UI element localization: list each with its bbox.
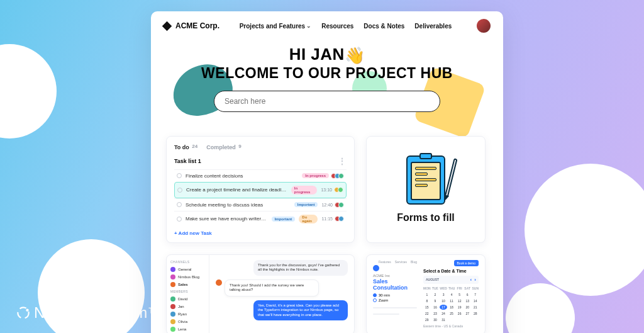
bk-nav-item[interactable]: Blog [411, 260, 417, 264]
add-task-button[interactable]: + Add new Task [174, 230, 212, 236]
nimbus-logo-icon [15, 305, 31, 321]
calendar-day[interactable]: 7 [472, 292, 479, 297]
user-avatar[interactable] [477, 19, 491, 33]
timezone-label: Eastern time - US & Canada [423, 324, 479, 328]
duration-option[interactable]: 30 min [373, 293, 417, 297]
calendar-day[interactable]: 9 [432, 298, 439, 303]
member-item[interactable]: David [170, 295, 205, 303]
tasklist-header: Task list 1 ⋮ [174, 157, 347, 166]
tab-completed[interactable]: Completed 9 [206, 144, 241, 150]
calendar-day[interactable]: 14 [472, 298, 479, 303]
nav-resources[interactable]: Resources [321, 23, 353, 30]
calendar-day[interactable]: 10 [440, 298, 447, 303]
calendar-day[interactable]: 27 [464, 311, 471, 316]
tasklist-title: Task list 1 [174, 158, 201, 164]
weekday-label: THU [448, 286, 455, 291]
calendar-day[interactable]: 3 [440, 292, 447, 297]
channel-item[interactable]: Nimbus Blog [170, 273, 205, 281]
member-item[interactable]: Lena [170, 325, 205, 333]
task-badge: In progress [291, 186, 318, 195]
forms-card[interactable]: Forms to fill [366, 136, 486, 243]
task-row[interactable]: Finalize content decisions In progress [174, 169, 347, 182]
booking-company: ACME Inc [373, 274, 417, 278]
brand-name: ACME Corp. [175, 21, 219, 30]
platform-option[interactable]: Zoom [373, 298, 417, 302]
assignees [336, 216, 344, 222]
task-row[interactable]: Schedule meeting to discuss ideas Import… [174, 198, 347, 211]
calendar-day[interactable]: 12 [456, 298, 463, 303]
tab-todo[interactable]: To do 24 [174, 144, 197, 150]
calendar-day[interactable]: 6 [464, 292, 471, 297]
calendar-day[interactable]: 21 [472, 305, 479, 310]
calendar-day[interactable]: 30 [432, 317, 439, 322]
wave-emoji-icon: 👋 [345, 46, 365, 65]
calendar-day[interactable]: 31 [440, 317, 447, 322]
divider [373, 313, 399, 315]
channel-item[interactable]: Sales [170, 281, 205, 288]
weekday-label: TUE [432, 286, 439, 291]
calendar-day[interactable]: 11 [448, 298, 455, 303]
assignees [333, 173, 344, 179]
task-row[interactable]: Create a project timeline and finalize d… [174, 182, 347, 198]
task-checkbox[interactable] [177, 217, 182, 222]
task-checkbox[interactable] [177, 202, 182, 207]
task-checkbox[interactable] [177, 188, 182, 193]
nav-docs[interactable]: Docs & Notes [364, 23, 404, 30]
header-bar: ACME Corp. Projects and Features ⌄ Resou… [151, 11, 503, 37]
booking-calendar: Book a demo Select a Date & Time AUGUST … [423, 260, 479, 329]
more-icon[interactable]: ⋮ [338, 157, 347, 166]
search-input[interactable] [214, 91, 440, 112]
weekday-label: WED [440, 286, 447, 291]
booking-card: Features Services Blog ACME Inc Sales Co… [366, 254, 486, 333]
next-month-button[interactable]: › [474, 277, 476, 283]
bk-nav-item[interactable]: Features [379, 260, 391, 264]
calendar-day[interactable]: 17 [440, 305, 447, 310]
task-checkbox[interactable] [177, 173, 182, 178]
calendar-day[interactable]: 20 [464, 305, 471, 310]
calendar-day[interactable]: 19 [456, 305, 463, 310]
calendar-day[interactable]: 4 [448, 292, 455, 297]
chat-section-members: MEMBERS [170, 290, 205, 293]
hero-subtitle: WELCOME TO OUR PROJECT HUB [151, 65, 503, 82]
calendar-day[interactable]: 23 [432, 311, 439, 316]
calendar-day[interactable]: 8 [423, 298, 431, 303]
calendar-day[interactable]: 2 [432, 292, 439, 297]
tasks-card: To do 24 Completed 9 Task list 1 ⋮ Final… [166, 136, 355, 243]
calendar-day[interactable]: 5 [456, 292, 463, 297]
prev-month-button[interactable]: ‹ [470, 277, 472, 283]
calendar-day[interactable]: 18 [448, 305, 455, 310]
book-demo-button[interactable]: Book a demo [454, 260, 479, 266]
greeting-text: HI JAN [289, 45, 345, 64]
chat-sidebar: CHANNELS General Nimbus Blog Sales MEMBE… [167, 255, 209, 333]
calendar-day[interactable]: 26 [456, 311, 463, 316]
task-time: 12:40 [321, 203, 333, 207]
task-badge: In progress [302, 173, 329, 178]
calendar-day[interactable]: 25 [448, 311, 455, 316]
task-time: 11:15 [321, 217, 333, 221]
month-label: AUGUST [426, 278, 439, 281]
avatar-icon [216, 279, 222, 286]
nav-projects[interactable]: Projects and Features ⌄ [240, 23, 311, 30]
chat-section-channels: CHANNELS [170, 260, 205, 264]
channel-item[interactable]: General [170, 266, 205, 273]
chat-thread: Thank you for the discussion, guys! I've… [209, 255, 354, 333]
chevron-down-icon: ⌄ [306, 23, 311, 29]
member-item[interactable]: Olivia [170, 318, 205, 325]
bk-nav-item[interactable]: Services [395, 260, 407, 264]
nav-deliverables[interactable]: Deliverables [414, 23, 452, 30]
member-item[interactable]: Ryan [170, 310, 205, 318]
month-switcher: AUGUST ‹ › [423, 276, 479, 284]
task-badge: Do again [299, 215, 318, 223]
calendar-day[interactable]: 29 [423, 317, 431, 322]
calendar-day[interactable]: 28 [472, 311, 479, 316]
calendar-day[interactable]: 16 [432, 305, 439, 310]
task-row[interactable]: Make sure we have enough writers for con… [174, 211, 347, 227]
calendar-day[interactable]: 24 [440, 311, 447, 316]
bg-bubble [0, 44, 57, 138]
member-item[interactable]: Jan [170, 303, 205, 310]
calendar-day[interactable]: 15 [423, 305, 431, 310]
calendar-day[interactable]: 22 [423, 311, 431, 316]
tab-label: Completed [206, 144, 236, 150]
calendar-day[interactable]: 13 [464, 298, 471, 303]
calendar-day[interactable]: 1 [423, 292, 431, 297]
